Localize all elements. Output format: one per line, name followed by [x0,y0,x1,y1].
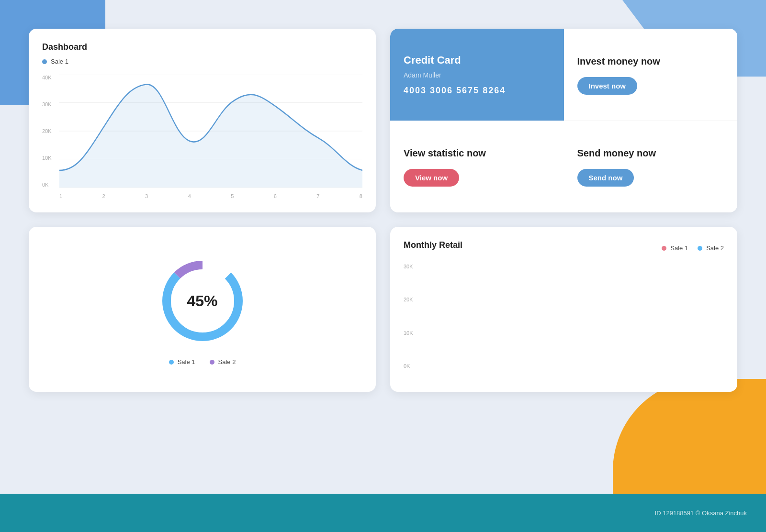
donut-percent-label: 45% [187,292,217,310]
donut-legend-sale2: Sale 2 [210,358,236,366]
watermark-text: ID 129188591 © Oksana Zinchuk [655,510,747,517]
donut-sale2-dot [210,360,214,365]
bar-sale1-label: Sale 1 [670,244,688,252]
bar-y-axis-labels: 30K 20K 10K 0K [404,264,413,378]
bar-chart-card: Monthly Retail Sale 1 Sale 2 30K 20K 10K… [390,227,737,392]
credit-card-section: Credit Card Adam Muller 4003 3006 5675 8… [390,29,564,121]
donut-sale1-label: Sale 1 [178,358,195,366]
bar-sale2-label: Sale 2 [706,244,724,252]
invest-section: Invest money now Invest now [564,29,738,121]
x-axis-labels: 1 2 3 4 5 6 7 8 [59,193,362,199]
bar-chart-area: 30K 20K 10K 0K [404,264,724,378]
send-now-button[interactable]: Send now [577,169,634,187]
donut-chart-container: 45% [155,253,250,349]
dashboard-legend: Sale 1 [42,58,362,65]
dashboard-title: Dashboard [42,42,362,52]
bar-chart-header: Monthly Retail Sale 1 Sale 2 [404,240,724,256]
credit-card-name: Adam Muller [404,71,551,79]
bar-chart-legend: Sale 1 Sale 2 [662,244,724,252]
donut-card: 45% Sale 1 Sale 2 [29,227,376,392]
sale1-legend-label: Sale 1 [51,58,68,65]
invest-now-button[interactable]: Invest now [577,77,638,95]
bar-legend-sale1: Sale 1 [662,244,688,252]
send-money-section: Send money now Send now [564,121,738,212]
donut-legend: Sale 1 Sale 2 [169,358,236,366]
donut-legend-sale1: Sale 1 [169,358,195,366]
line-chart-inner [59,75,362,188]
credit-card-title: Credit Card [404,54,551,66]
line-chart-svg [59,75,362,188]
main-container: Dashboard Sale 1 40K 30K 20K 10K 0K [29,29,737,392]
bar-legend-sale2: Sale 2 [698,244,724,252]
right-panel-card: Credit Card Adam Muller 4003 3006 5675 8… [390,29,737,212]
y-axis-labels: 40K 30K 20K 10K 0K [42,75,52,199]
donut-sale2-label: Sale 2 [218,358,236,366]
bar-sale1-dot [662,246,666,251]
bar-chart-bars [421,264,724,369]
sale1-legend-dot [42,59,47,64]
bar-chart-title: Monthly Retail [404,240,462,250]
bar-sale2-dot [698,246,702,251]
view-stat-heading: View statistic now [404,147,551,159]
credit-card-number: 4003 3006 5675 8264 [404,86,551,96]
bottom-bar: ID 129188591 © Oksana Zinchuk [0,494,766,532]
view-statistic-section: View statistic now View now [390,121,564,212]
send-money-heading: Send money now [577,147,724,159]
invest-heading: Invest money now [577,55,724,67]
right-panel-grid: Credit Card Adam Muller 4003 3006 5675 8… [390,29,737,212]
dashboard-card: Dashboard Sale 1 40K 30K 20K 10K 0K [29,29,376,212]
view-now-button[interactable]: View now [404,169,459,187]
donut-sale1-dot [169,360,174,365]
dashboard-chart-area: 40K 30K 20K 10K 0K [42,75,362,199]
